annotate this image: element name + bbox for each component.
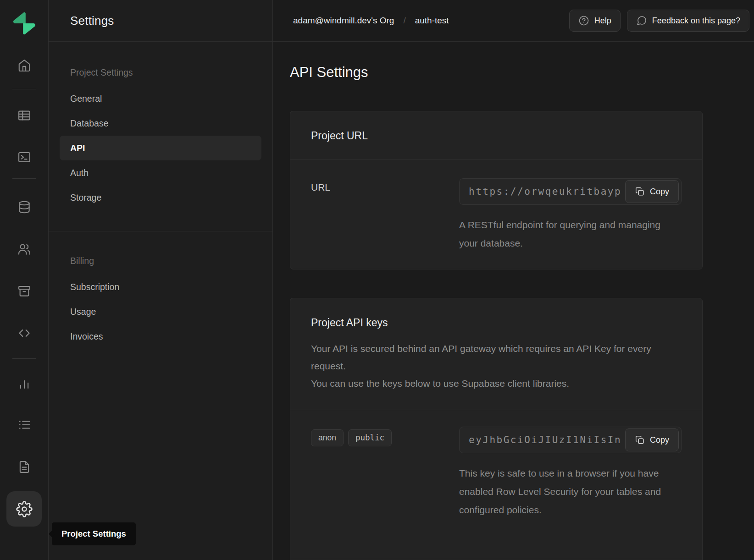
settings-sidebar: Settings Project Settings General Databa… (49, 0, 273, 560)
anon-key-row-content: eyJhbGciOiJIUzI1NiIsIn Copy This key is … (459, 427, 682, 519)
breadcrumb-org[interactable]: adam@windmill.dev's Org (293, 16, 394, 26)
page-title: API Settings (290, 64, 754, 81)
sidebar-item-usage[interactable]: Usage (49, 299, 272, 324)
copy-icon (635, 187, 645, 197)
rail-divider (12, 178, 36, 179)
anon-badge: anon (311, 429, 344, 446)
project-url-card: Project URL URL https://orwqeukritbayp C… (290, 111, 703, 269)
help-circle-icon (578, 15, 589, 26)
sidebar-item-subscription[interactable]: Subscription (49, 275, 272, 299)
database-icon[interactable] (17, 200, 31, 214)
anon-key-input[interactable]: eyJhbGciOiJIUzI1NiIsIn Copy (459, 427, 682, 453)
main-content: API Settings Project URL URL https://orw… (273, 42, 754, 560)
anon-key-row: anon public eyJhbGciOiJIUzI1NiIsIn Copy … (290, 410, 702, 558)
api-keys-intro-line2: You can use the keys below to use Supaba… (311, 378, 569, 389)
copy-anon-key-button[interactable]: Copy (625, 428, 679, 451)
project-settings-tooltip: Project Settings (52, 522, 136, 545)
api-keys-card-header: Project API keys Your API is secured beh… (290, 298, 702, 410)
project-url-card-title: Project URL (311, 130, 682, 142)
supabase-logo-icon[interactable] (12, 11, 36, 35)
project-api-keys-card: Project API keys Your API is secured beh… (290, 298, 703, 560)
sidebar-item-invoices[interactable]: Invoices (49, 324, 272, 349)
project-url-input[interactable]: https://orwqeukritbayp Copy (459, 178, 682, 205)
icon-rail (0, 0, 49, 560)
feedback-button[interactable]: Feedback on this page? (627, 10, 749, 32)
sql-editor-icon[interactable] (17, 150, 31, 164)
url-label: URL (311, 178, 459, 193)
feedback-button-label: Feedback on this page? (652, 16, 740, 26)
url-row: URL https://orwqeukritbayp Copy A RESTfu… (290, 160, 702, 269)
home-icon[interactable] (17, 59, 31, 72)
help-button[interactable]: Help (569, 10, 621, 32)
sidebar-divider (49, 231, 272, 231)
sidebar-item-database[interactable]: Database (49, 111, 272, 136)
speech-bubble-icon (636, 15, 647, 26)
sidebar-title: Settings (70, 14, 114, 28)
rail-divider (12, 89, 36, 89)
sidebar-item-api[interactable]: API (60, 136, 261, 160)
section-header-project-settings: Project Settings (49, 62, 272, 82)
url-row-left: URL (311, 178, 459, 253)
breadcrumb-separator: / (403, 16, 405, 26)
anon-key-value: eyJhbGciOiJIUzI1NiIsIn (469, 434, 621, 445)
top-header: adam@windmill.dev's Org / auth-test Help… (273, 0, 754, 42)
storage-icon[interactable] (17, 284, 31, 298)
copy-url-button-label: Copy (650, 187, 669, 197)
header-buttons: Help Feedback on this page? (569, 10, 749, 32)
project-url-value: https://orwqeukritbayp (469, 186, 621, 197)
table-editor-icon[interactable] (17, 109, 31, 122)
next-key-row-stub (290, 558, 702, 560)
key-badges: anon public (311, 427, 459, 446)
authentication-users-icon[interactable] (17, 242, 31, 256)
project-settings-gear-icon[interactable] (6, 491, 42, 527)
reports-chart-icon[interactable] (17, 377, 31, 390)
url-description: A RESTful endpoint for querying and mana… (459, 216, 670, 253)
edge-functions-icon[interactable] (17, 326, 31, 340)
settings-nav: Project Settings General Database API Au… (49, 42, 272, 349)
anon-key-row-left: anon public (311, 427, 459, 519)
section-header-billing: Billing (49, 251, 272, 271)
api-keys-card-title: Project API keys (311, 317, 682, 329)
public-badge: public (348, 429, 392, 446)
rail-divider (12, 358, 36, 359)
copy-icon (635, 435, 645, 445)
project-url-card-header: Project URL (290, 111, 702, 159)
copy-url-button[interactable]: Copy (625, 180, 679, 203)
api-keys-intro-line1: Your API is secured behind an API gatewa… (311, 343, 651, 371)
url-row-content: https://orwqeukritbayp Copy A RESTful en… (459, 178, 682, 253)
sidebar-item-storage[interactable]: Storage (49, 185, 272, 210)
api-docs-file-icon[interactable] (17, 460, 31, 474)
logs-list-icon[interactable] (17, 418, 31, 432)
anon-key-description: This key is safe to use in a browser if … (459, 464, 682, 519)
copy-anon-key-button-label: Copy (650, 435, 669, 445)
sidebar-item-general[interactable]: General (49, 86, 272, 111)
breadcrumb-project[interactable]: auth-test (415, 16, 449, 26)
api-keys-intro: Your API is secured behind an API gatewa… (311, 340, 678, 392)
sidebar-item-auth[interactable]: Auth (49, 160, 272, 185)
sidebar-header: Settings (49, 0, 272, 42)
help-button-label: Help (594, 16, 611, 26)
